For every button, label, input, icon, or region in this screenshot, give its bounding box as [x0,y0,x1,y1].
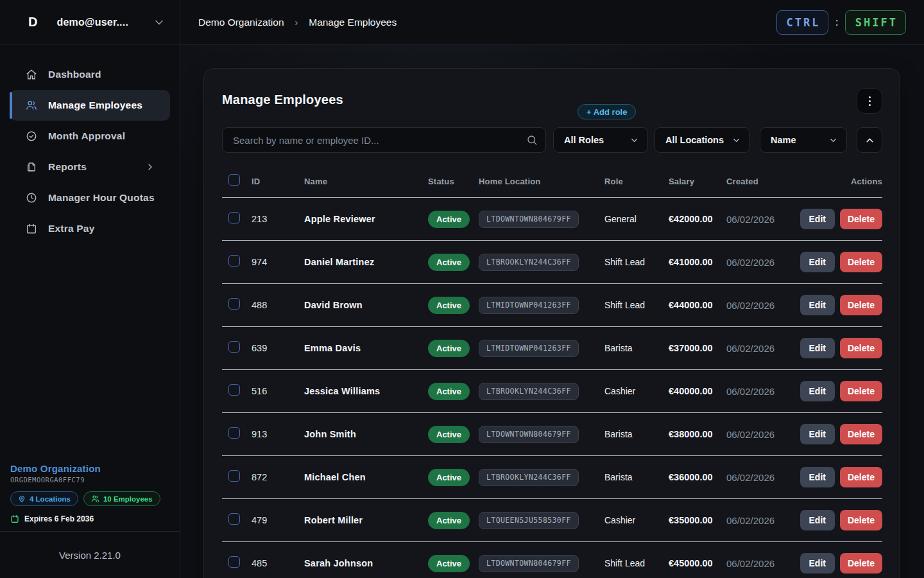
manage-employees-card: Manage Employees + Add role All Roles [203,68,900,578]
user-email: demo@user.... [56,17,153,28]
sidebar-item-label: Reports [48,161,87,173]
edit-button[interactable]: Edit [800,252,835,272]
roles-filter-dropdown[interactable]: All Roles [553,127,648,153]
edit-button[interactable]: Edit [800,553,835,574]
home-location-pill: LTBROOKLYN244C36FF [479,254,579,271]
chevron-down-icon [828,136,838,145]
breadcrumb-separator: › [295,17,298,28]
calendar-icon [10,514,19,523]
home-location-pill: LTMIDTOWNP041263FF [479,340,579,357]
edit-button[interactable]: Edit [800,381,835,401]
org-name: Demo Organization [10,463,169,474]
status-badge: Active [428,512,470,529]
table-row: 872 Michael Chen Active LTBROOKLYN244C36… [222,455,882,498]
column-header-name: Name [304,177,428,186]
chevron-down-icon [153,16,166,29]
table-row: 488 David Brown Active LTMIDTOWNP041263F… [222,283,882,326]
created-date: 06/02/2026 [726,343,800,354]
chevron-up-icon [864,135,875,146]
breadcrumb: Demo Organization › Manage Employees [198,17,397,28]
row-checkbox[interactable] [228,427,240,439]
filter-row: All Roles All Locations Name [222,127,882,153]
edit-button[interactable]: Edit [800,467,835,487]
sidebar-item-reports[interactable]: Reports [0,152,180,182]
row-checkbox[interactable] [228,298,240,310]
employee-role: Barista [604,472,669,482]
delete-button[interactable]: Delete [840,338,882,358]
sidebar-item-manage-employees[interactable]: Manage Employees [10,90,170,121]
employee-salary: €42000.00 [669,214,726,224]
employee-id: 872 [252,472,304,482]
edit-button[interactable]: Edit [800,295,835,315]
delete-button[interactable]: Delete [840,252,882,272]
edit-button[interactable]: Edit [800,338,835,358]
employee-name: Michael Chen [304,472,428,482]
more-options-button[interactable] [857,88,882,114]
row-checkbox[interactable] [228,556,240,568]
locations-badge: 4 Locations [10,491,78,506]
created-date: 06/02/2026 [726,472,800,483]
sidebar: D demo@user.... Dashboard Manage Employe… [0,0,180,578]
search-input[interactable] [222,127,546,153]
employee-id: 974 [252,257,304,267]
delete-button[interactable]: Delete [840,209,882,229]
org-info: Demo Organization ORGDEMOORGA0FFC79 4 Lo… [0,454,180,531]
breadcrumb-org[interactable]: Demo Organization [198,17,284,28]
edit-button[interactable]: Edit [800,424,835,444]
status-badge: Active [428,383,470,400]
sort-dropdown[interactable]: Name [760,127,847,153]
created-date: 06/02/2026 [726,558,800,569]
status-badge: Active [428,426,470,443]
edit-button[interactable]: Edit [800,510,835,530]
row-checkbox[interactable] [228,513,240,525]
sidebar-item-extra-pay[interactable]: Extra Pay [0,213,180,244]
sidebar-item-manager-hour-quotas[interactable]: Manager Hour Quotas [0,182,180,213]
home-location-pill: LTBROOKLYN244C36FF [479,469,579,486]
employee-role: Barista [604,429,669,439]
locations-filter-dropdown[interactable]: All Locations [654,127,750,153]
user-menu[interactable]: D demo@user.... [0,0,180,45]
sort-direction-button[interactable] [857,127,882,153]
employee-role: Shift Lead [604,257,669,267]
delete-button[interactable]: Delete [840,295,882,315]
employee-id: 488 [252,300,304,310]
employee-id: 485 [252,558,304,568]
employee-id: 479 [252,515,304,525]
employee-salary: €35000.00 [669,515,726,525]
sidebar-item-month-approval[interactable]: Month Approval [0,121,180,152]
row-checkbox[interactable] [228,384,240,396]
delete-button[interactable]: Delete [840,381,882,401]
home-location-pill: LTDOWNTOWN804679FF [479,211,579,228]
delete-button[interactable]: Delete [840,553,882,574]
home-location-pill: LTBROOKLYN244C36FF [479,383,579,400]
status-badge: Active [428,211,470,228]
employee-salary: €38000.00 [669,429,726,439]
row-checkbox[interactable] [228,470,240,482]
employee-name: Apple Reviewer [304,214,428,224]
table-body: 213 Apple Reviewer Active LTDOWNTOWN8046… [222,197,882,578]
kebab-icon [869,96,871,98]
keycap-separator: : [835,17,838,28]
employee-name: Daniel Martinez [304,257,428,267]
add-role-button[interactable]: + Add role [578,104,636,119]
row-checkbox[interactable] [228,255,240,267]
row-checkbox[interactable] [228,212,240,223]
table-row: 639 Emma Davis Active LTMIDTOWNP041263FF… [222,326,882,369]
delete-button[interactable]: Delete [840,424,882,444]
row-checkbox[interactable] [228,341,240,353]
search-icon [526,134,538,146]
table-row: 974 Daniel Martinez Active LTBROOKLYN244… [222,240,882,283]
column-header-created: Created [726,177,851,186]
employee-id: 213 [252,214,304,224]
sidebar-item-label: Dashboard [48,69,101,80]
sidebar-item-dashboard[interactable]: Dashboard [0,59,180,90]
edit-button[interactable]: Edit [800,209,835,229]
status-badge: Active [428,340,470,357]
delete-button[interactable]: Delete [840,510,882,530]
select-all-checkbox[interactable] [228,174,240,186]
status-badge: Active [428,254,470,271]
employee-id: 516 [252,386,304,396]
delete-button[interactable]: Delete [840,467,882,487]
reports-icon [26,161,37,173]
column-header-role: Role [604,177,669,186]
